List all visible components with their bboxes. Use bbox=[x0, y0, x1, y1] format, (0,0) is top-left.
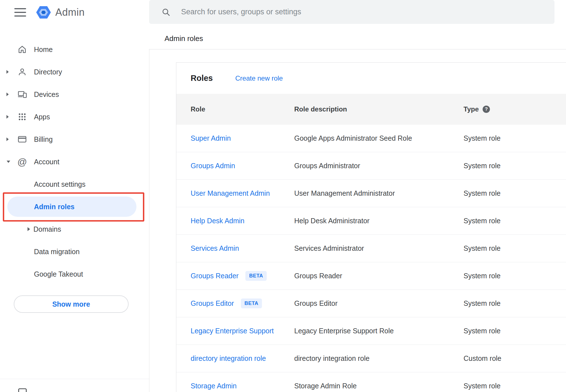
breadcrumb: Admin roles bbox=[165, 34, 203, 43]
billing-card-icon bbox=[17, 135, 27, 144]
beta-badge: BETA bbox=[241, 298, 262, 308]
table-row: User Management Admin User Management Ad… bbox=[176, 180, 566, 207]
expand-caret-icon bbox=[6, 138, 9, 141]
sidebar-item-label: Devices bbox=[34, 90, 59, 99]
roles-title: Roles bbox=[191, 74, 213, 83]
table-row: Groups Editor BETA Groups Editor System … bbox=[176, 290, 566, 317]
role-description: Google Apps Administrator Seed Role bbox=[294, 134, 464, 142]
role-link[interactable]: Storage Admin bbox=[191, 382, 237, 390]
sidebar-item-directory[interactable]: Directory bbox=[0, 61, 149, 83]
table-row: Legacy Enterprise Support Legacy Enterpr… bbox=[176, 317, 566, 345]
feedback-icon[interactable] bbox=[17, 388, 28, 392]
apps-grid-icon bbox=[17, 112, 27, 122]
sidebar-header: Admin bbox=[0, 0, 85, 25]
sidebar-item-label: Home bbox=[34, 45, 53, 54]
column-header-description: Role description bbox=[294, 105, 464, 113]
role-link[interactable]: Help Desk Admin bbox=[191, 217, 245, 225]
role-link[interactable]: Services Admin bbox=[191, 244, 239, 252]
role-link[interactable]: Groups Admin bbox=[191, 162, 235, 170]
table-row: Groups Reader BETA Groups Reader System … bbox=[176, 262, 566, 290]
sidebar-item-label: Billing bbox=[34, 135, 53, 143]
sidebar-item-account[interactable]: @ Account bbox=[0, 151, 149, 173]
help-icon[interactable]: ? bbox=[483, 106, 490, 113]
sidebar-item-devices[interactable]: Devices bbox=[0, 83, 149, 106]
role-description: Storage Admin Role bbox=[294, 382, 464, 390]
search-input[interactable] bbox=[181, 8, 518, 16]
role-description: Help Desk Administrator bbox=[294, 217, 464, 225]
sidebar-item-label: Domains bbox=[33, 225, 61, 233]
role-description: Services Administrator bbox=[294, 244, 464, 252]
role-description: User Management Administrator bbox=[294, 189, 464, 197]
header-divider bbox=[149, 49, 566, 49]
sidebar-item-apps[interactable]: Apps bbox=[0, 106, 149, 128]
at-icon: @ bbox=[17, 157, 27, 167]
role-type: System role bbox=[464, 189, 566, 197]
column-header-type: Type bbox=[464, 105, 479, 113]
role-type: System role bbox=[464, 327, 566, 335]
role-description: Legacy Enterprise Support Role bbox=[294, 327, 464, 335]
sidebar-item-account-settings[interactable]: Account settings bbox=[0, 173, 149, 195]
sidebar-nav: Home Directory Devices bbox=[0, 38, 149, 285]
expand-caret-icon bbox=[6, 115, 9, 119]
home-icon bbox=[17, 45, 27, 54]
role-type: System role bbox=[464, 272, 566, 280]
sidebar-item-label: Admin roles bbox=[34, 203, 74, 211]
admin-logo-icon bbox=[36, 6, 51, 19]
devices-icon bbox=[17, 90, 27, 99]
sidebar-item-data-migration[interactable]: Data migration bbox=[0, 240, 149, 263]
person-icon bbox=[17, 67, 27, 77]
sidebar-item-label: Account settings bbox=[34, 180, 85, 188]
role-type: System role bbox=[464, 217, 566, 225]
collapse-caret-icon bbox=[7, 161, 10, 163]
table-row: Storage Admin Storage Admin Role System … bbox=[176, 372, 566, 392]
sidebar-item-label: Directory bbox=[34, 68, 62, 76]
table-row: Super Admin Google Apps Administrator Se… bbox=[176, 125, 566, 152]
sidebar-item-admin-roles[interactable]: Admin roles bbox=[0, 195, 149, 218]
role-description: Groups Reader bbox=[294, 272, 464, 280]
sidebar-item-label: Account bbox=[34, 158, 59, 166]
role-description: directory integration role bbox=[294, 354, 464, 363]
table-row: directory integration role directory int… bbox=[176, 345, 566, 372]
role-link[interactable]: Legacy Enterprise Support bbox=[191, 327, 274, 335]
sidebar: Admin Home Directory bbox=[0, 0, 149, 392]
sidebar-item-billing[interactable]: Billing bbox=[0, 128, 149, 151]
role-link[interactable]: Groups Editor bbox=[191, 299, 234, 307]
expand-caret-icon bbox=[28, 227, 30, 231]
role-link[interactable]: Groups Reader bbox=[191, 272, 239, 280]
role-link[interactable]: Super Admin bbox=[191, 134, 231, 142]
roles-card-header: Roles Create new role bbox=[176, 63, 566, 94]
roles-card: Roles Create new role Role Role descript… bbox=[176, 62, 566, 392]
search-bar bbox=[149, 0, 554, 24]
create-new-role-link[interactable]: Create new role bbox=[235, 74, 283, 82]
role-type: System role bbox=[464, 134, 566, 142]
show-more-button[interactable]: Show more bbox=[14, 295, 129, 313]
menu-icon[interactable] bbox=[14, 8, 26, 17]
role-type: System role bbox=[464, 162, 566, 170]
role-type: System role bbox=[464, 299, 566, 307]
sidebar-item-label: Apps bbox=[34, 113, 50, 121]
role-type: System role bbox=[464, 244, 566, 252]
table-row: Groups Admin Groups Administrator System… bbox=[176, 152, 566, 180]
search-icon[interactable] bbox=[161, 8, 170, 17]
sidebar-item-domains[interactable]: Domains bbox=[0, 218, 149, 240]
role-description: Groups Administrator bbox=[294, 162, 464, 170]
role-description: Groups Editor bbox=[294, 299, 464, 307]
expand-caret-icon bbox=[6, 93, 9, 96]
role-type: Custom role bbox=[464, 354, 566, 363]
sidebar-item-google-takeout[interactable]: Google Takeout bbox=[0, 263, 149, 285]
sidebar-divider bbox=[149, 49, 149, 392]
role-link[interactable]: User Management Admin bbox=[191, 189, 270, 197]
table-row: Services Admin Services Administrator Sy… bbox=[176, 235, 566, 262]
role-link[interactable]: directory integration role bbox=[191, 354, 266, 362]
column-header-role: Role bbox=[191, 105, 294, 113]
sidebar-footer-divider bbox=[0, 379, 149, 379]
role-type: System role bbox=[464, 382, 566, 390]
table-row: Help Desk Admin Help Desk Administrator … bbox=[176, 207, 566, 235]
beta-badge: BETA bbox=[245, 271, 267, 281]
app-title: Admin bbox=[55, 6, 85, 18]
expand-caret-icon bbox=[6, 70, 9, 74]
table-header-row: Role Role description Type ? bbox=[176, 94, 566, 125]
sidebar-item-label: Google Takeout bbox=[34, 270, 83, 278]
sidebar-item-home[interactable]: Home bbox=[0, 38, 149, 61]
sidebar-item-label: Data migration bbox=[34, 248, 80, 256]
